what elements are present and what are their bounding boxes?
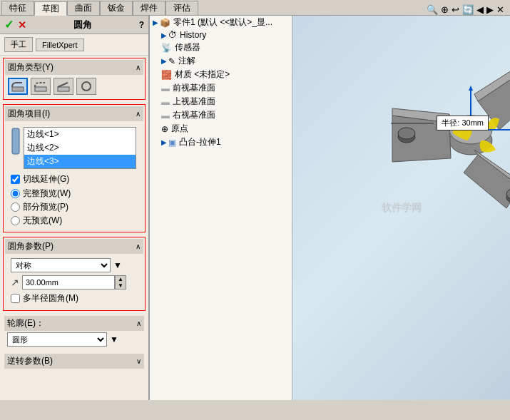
nav-forward-icon[interactable]: ▶ bbox=[486, 4, 494, 15]
fillet-params-content: 对称 ▼ ↗ ▲ ▼ 多半径圆角(M) bbox=[5, 254, 143, 309]
multiradius-label: 多半径圆角(M) bbox=[23, 292, 78, 304]
tree-root-label: 零件1 (默认 <<默认>_显... bbox=[173, 16, 272, 29]
svg-rect-5 bbox=[12, 128, 19, 154]
tangent-extend-checkbox[interactable] bbox=[11, 175, 20, 184]
cancel-button[interactable]: ✕ bbox=[18, 19, 26, 31]
fillet-items-chevron: ∧ bbox=[136, 110, 141, 118]
filletxpert-button[interactable]: FilletXpert bbox=[36, 39, 84, 51]
annotation-box: 半径: 30mm bbox=[437, 116, 489, 130]
rotate-icon[interactable]: 🔄 bbox=[462, 4, 474, 15]
tree-front-label: 前视基准面 bbox=[173, 82, 215, 94]
tree-annotation[interactable]: ▶ ✎ 注解 bbox=[150, 54, 292, 68]
no-preview-radio[interactable] bbox=[11, 216, 20, 225]
fillet-type-4[interactable] bbox=[76, 78, 96, 95]
profile-select[interactable]: 圆形 bbox=[7, 332, 107, 347]
edge-icon bbox=[11, 127, 21, 158]
profile-chevron: ∧ bbox=[136, 319, 141, 327]
fillet-items-header[interactable]: 圆角项目(I) ∧ bbox=[5, 106, 143, 121]
tree-front-plane[interactable]: ▬ 前视基准面 bbox=[150, 81, 292, 95]
profile-header[interactable]: 轮廓(E)： ∧ bbox=[4, 316, 144, 331]
fillet-type-section: 圆角类型(Y) ∧ bbox=[3, 58, 146, 100]
fillet-type-3[interactable] bbox=[53, 78, 73, 95]
fillet-type-label: 圆角类型(Y) bbox=[8, 61, 53, 73]
fillet-type-icons bbox=[5, 75, 143, 98]
tree-history-icon: ⏱ bbox=[168, 30, 177, 40]
tree-annotation-label: 注解 bbox=[178, 55, 195, 67]
tab-banjin[interactable]: 钣金 bbox=[100, 1, 133, 15]
symmetry-row: 对称 ▼ bbox=[8, 257, 141, 274]
partial-preview-radio[interactable] bbox=[11, 203, 20, 212]
content-row: ▶ 📦 零件1 (默认 <<默认>_显... ▶ ⏱ History 📡 传感器… bbox=[150, 16, 510, 400]
svg-marker-15 bbox=[464, 155, 510, 208]
manual-button[interactable]: 手工 bbox=[4, 37, 33, 52]
edge-item-2[interactable]: 边线<2> bbox=[24, 141, 136, 155]
tree-root-arrow: ▶ bbox=[153, 19, 158, 26]
tree-right-label: 右视基准面 bbox=[173, 109, 215, 121]
fillet-type-2[interactable] bbox=[31, 78, 51, 95]
right-area: ▶ 📦 零件1 (默认 <<默认>_显... ▶ ⏱ History 📡 传感器… bbox=[150, 16, 510, 400]
viewport[interactable]: 半径: 30mm 软件学网 bbox=[292, 16, 510, 400]
main-area: ✓ ✕ 圆角 ? 手工 FilletXpert 圆角类型(Y) ∧ bbox=[0, 16, 510, 400]
annotation-label: 半径: 30mm bbox=[442, 118, 484, 127]
edge-list: 边线<1> 边线<2> 边线<3> bbox=[24, 127, 136, 169]
svg-rect-0 bbox=[12, 87, 24, 91]
svg-point-4 bbox=[82, 82, 91, 91]
tree-root[interactable]: ▶ 📦 零件1 (默认 <<默认>_显... bbox=[150, 16, 292, 29]
tab-tezheng[interactable]: 特征 bbox=[1, 1, 34, 15]
fillet-params-header[interactable]: 圆角参数(P) ∧ bbox=[5, 239, 143, 254]
profile-select-row: 圆形 ▼ bbox=[4, 331, 144, 348]
undo-icon[interactable]: ↩ bbox=[452, 4, 459, 15]
check-button[interactable]: ✓ bbox=[4, 18, 14, 31]
tree-sensor-icon: 📡 bbox=[161, 43, 172, 53]
svg-rect-2 bbox=[58, 87, 69, 91]
nav-back-icon[interactable]: ◀ bbox=[476, 4, 484, 15]
full-preview-label: 完整预览(W) bbox=[23, 188, 71, 200]
edge-list-container: 边线<1> 边线<2> 边线<3> bbox=[8, 124, 141, 172]
svg-rect-1 bbox=[35, 87, 46, 91]
reverse-params-header[interactable]: 逆转参数(B) ∨ bbox=[4, 354, 144, 369]
tree-history-label: History bbox=[180, 30, 206, 40]
reverse-params-chevron: ∨ bbox=[136, 357, 141, 365]
tab-qumian[interactable]: 曲面 bbox=[67, 1, 100, 15]
dropdown-icon: ▼ bbox=[113, 260, 122, 270]
tangent-extend-label: 切线延伸(G) bbox=[23, 173, 69, 185]
tree-origin-icon: ⊕ bbox=[161, 124, 168, 134]
svg-line-3 bbox=[58, 83, 68, 87]
radius-spinner[interactable]: ▲ ▼ bbox=[115, 275, 126, 290]
search-icon[interactable]: 🔍 bbox=[427, 4, 438, 15]
fillet-params-section: 圆角参数(P) ∧ 对称 ▼ ↗ ▲ ▼ bbox=[3, 237, 146, 311]
tree-sensor-label: 传感器 bbox=[175, 41, 200, 53]
tree-origin[interactable]: ⊕ 原点 bbox=[150, 122, 292, 135]
edge-item-3[interactable]: 边线<3> bbox=[24, 155, 136, 168]
tree-extrude[interactable]: ▶ ▣ 凸台-拉伸1 bbox=[150, 135, 292, 149]
tree-extrude-arrow: ▶ bbox=[161, 138, 167, 146]
tree-right-icon: ▬ bbox=[161, 111, 170, 121]
tab-hanjian[interactable]: 焊件 bbox=[133, 1, 165, 15]
fillet-items-label: 圆角项目(I) bbox=[8, 108, 50, 120]
zoom-icon[interactable]: ⊕ bbox=[441, 4, 449, 15]
tree-top-plane[interactable]: ▬ 上视基准面 bbox=[150, 95, 292, 108]
tangent-extend-row: 切线延伸(G) bbox=[8, 172, 141, 187]
question-icon[interactable]: ? bbox=[139, 20, 144, 30]
tree-history[interactable]: ▶ ⏱ History bbox=[150, 29, 292, 41]
multiradius-checkbox[interactable] bbox=[11, 294, 20, 303]
radius-input[interactable] bbox=[22, 275, 115, 290]
tab-caotu[interactable]: 草图 bbox=[34, 1, 67, 16]
tree-right-plane[interactable]: ▬ 右视基准面 bbox=[150, 108, 292, 122]
edge-item-1[interactable]: 边线<1> bbox=[24, 128, 136, 141]
fillet-params-label: 圆角参数(P) bbox=[8, 240, 53, 252]
symmetry-select[interactable]: 对称 bbox=[11, 258, 111, 272]
tab-pinggu[interactable]: 评估 bbox=[165, 1, 198, 15]
fillet-type-1[interactable] bbox=[8, 78, 28, 95]
fillet-type-header[interactable]: 圆角类型(Y) ∧ bbox=[5, 60, 143, 75]
full-preview-radio[interactable] bbox=[11, 189, 20, 198]
tree-material-icon: 🧱 bbox=[161, 70, 172, 80]
tree-material[interactable]: 🧱 材质 <未指定> bbox=[150, 68, 292, 81]
tree-front-icon: ▬ bbox=[161, 83, 170, 93]
tree-sensor[interactable]: 📡 传感器 bbox=[150, 41, 292, 54]
tree-annotation-icon: ✎ bbox=[168, 56, 175, 66]
reverse-params-label: 逆转参数(B) bbox=[7, 355, 53, 367]
feature-tree: ▶ 📦 零件1 (默认 <<默认>_显... ▶ ⏱ History 📡 传感器… bbox=[150, 16, 292, 400]
full-preview-row: 完整预览(W) bbox=[8, 187, 141, 200]
close-window-icon[interactable]: ✕ bbox=[496, 4, 504, 15]
